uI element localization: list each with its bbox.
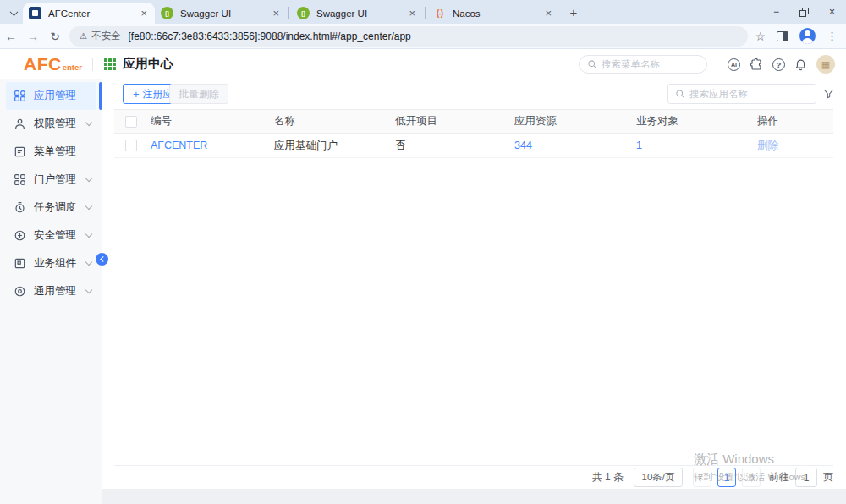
sidebar-item-label: 业务组件 [34,256,86,271]
sidebar-item-permission-management[interactable]: 权限管理 [0,110,102,138]
app-name-cell: 应用基础门户 [274,139,395,153]
chevron-down-icon [85,259,92,266]
tab-close-icon[interactable]: × [543,8,553,19]
tab-afcenter[interactable]: AFCenter × [23,3,155,24]
chevron-down-icon [85,231,92,238]
tab-close-icon[interactable]: × [407,8,417,19]
menu-search-box [579,55,707,74]
browser-menu-icon[interactable]: ⋮ [827,30,838,42]
bookmark-star-icon[interactable]: ☆ [755,30,766,43]
browser-profile-avatar[interactable] [799,28,816,44]
row-checkbox[interactable] [125,140,137,151]
new-tab-button[interactable]: + [564,3,583,21]
sidebar-item-security-management[interactable]: 安全管理 [0,222,102,249]
header-divider [92,58,93,71]
restore-icon [799,8,809,17]
nacos-favicon-icon: (-) [433,7,446,19]
sidebar: 应用管理 权限管理 菜单管理 门户管理 任务调度 [0,79,102,504]
afcenter-logo: AFC enter [24,54,82,74]
swagger-favicon-icon: {} [161,7,173,19]
sidebar-item-app-management[interactable]: 应用管理 [6,82,96,110]
chevron-left-icon [699,474,705,480]
apps-icon [14,90,26,102]
window-restore-button[interactable] [790,0,818,24]
lowcode-cell: 否 [395,139,514,153]
side-panel-icon[interactable] [777,31,788,41]
plus-icon: + [133,89,140,100]
filter-funnel-icon[interactable] [823,88,834,99]
tab-title: Swagger UI [316,8,407,19]
column-header-objects: 业务对象 [636,114,757,129]
afcenter-favicon-icon [29,7,41,19]
help-icon[interactable]: ? [772,58,785,71]
next-page-button[interactable] [742,468,761,487]
app-search-box [667,84,816,104]
app-code-link[interactable]: AFCENTER [151,140,207,151]
chevron-down-icon [9,8,18,16]
sidebar-item-portal-management[interactable]: 门户管理 [0,166,102,194]
column-header-code: 编号 [151,114,274,129]
tab-search-button[interactable] [6,5,21,20]
delete-link[interactable]: 删除 [757,140,778,151]
sidebar-item-label: 门户管理 [34,173,86,187]
back-icon[interactable]: ← [0,30,22,43]
header-icon-row: AI ? ▦ [728,49,835,79]
app-header: AFC enter 应用中心 AI ? ▦ [0,49,846,79]
tab-title: AFCenter [48,8,139,19]
sidebar-collapse-button[interactable] [96,253,108,266]
sidebar-item-task-scheduling[interactable]: 任务调度 [0,194,102,222]
bell-icon[interactable] [794,58,807,71]
browser-tab-strip: AFCenter × {} Swagger UI × {} Swagger UI… [0,0,846,24]
tab-swagger-1[interactable]: {} Swagger UI × [155,3,287,24]
window-close-button[interactable]: × [818,0,846,24]
tab-close-icon[interactable]: × [139,8,149,19]
page-size-select[interactable]: 10条/页 [634,468,683,487]
component-icon [14,257,26,270]
address-bar[interactable]: ⚠ 不安全 [fe80::66c7:3e83:6433:3856]:9088/i… [69,26,748,47]
extension-icon[interactable] [750,58,763,71]
sidebar-item-label: 菜单管理 [34,145,91,159]
prev-page-button[interactable] [693,468,711,487]
forward-icon[interactable]: → [22,30,44,43]
chevron-down-icon [85,287,92,293]
column-header-lowcode: 低开项目 [395,114,514,129]
select-all-checkbox[interactable] [125,116,137,128]
document-icon [14,145,26,158]
goto-page-input[interactable] [795,468,817,487]
column-header-name: 名称 [274,114,395,129]
ai-assistant-icon[interactable]: AI [728,58,740,71]
total-count-label: 共 1 条 [592,470,624,485]
chevron-down-icon [85,175,92,182]
swagger-favicon-icon: {} [297,7,310,19]
column-header-resources: 应用资源 [514,114,636,129]
tab-nacos[interactable]: (-) Nacos × [427,3,559,24]
page-unit-label: 页 [823,470,833,485]
app-resources-link[interactable]: 344 [514,140,532,151]
tab-close-icon[interactable]: × [271,8,281,19]
tab-title: Swagger UI [180,8,271,19]
table-header-row: 编号 名称 低开项目 应用资源 业务对象 操作 [114,109,833,134]
sidebar-item-label: 安全管理 [34,228,86,243]
batch-delete-label: 批量删除 [179,87,219,101]
tab-swagger-2[interactable]: {} Swagger UI × [291,3,423,24]
chevron-down-icon [85,119,92,126]
url-text[interactable]: [fe80::66c7:3e83:6433:3856]:9088/index.h… [128,30,410,42]
page-number-button[interactable]: 1 [717,468,736,487]
goto-label: 前往 [769,470,789,485]
security-label[interactable]: 不安全 [91,30,121,42]
batch-delete-button[interactable]: 批量删除 [169,84,228,104]
app-body: 应用管理 权限管理 菜单管理 门户管理 任务调度 [0,79,846,504]
business-objects-link[interactable]: 1 [636,140,642,151]
search-icon [587,59,597,69]
menu-search-input[interactable] [602,59,699,69]
chevron-down-icon [85,203,92,210]
sidebar-item-menu-management[interactable]: 菜单管理 [0,138,102,166]
user-avatar[interactable]: ▦ [816,55,835,74]
bottom-strip [102,489,846,504]
page-title: 应用中心 [123,56,173,72]
window-minimize-button[interactable]: − [762,0,790,24]
reload-icon[interactable]: ↻ [44,30,66,43]
sidebar-item-general-management[interactable]: 通用管理 [0,277,102,305]
app-search-input[interactable] [689,89,809,99]
sidebar-item-business-components[interactable]: 业务组件 [0,249,102,277]
